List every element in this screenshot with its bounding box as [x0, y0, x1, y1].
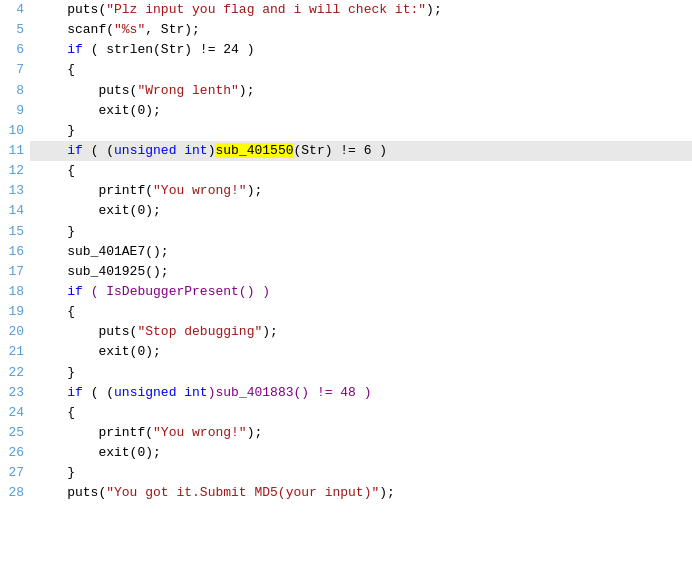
- line-content: puts("Stop debugging");: [30, 322, 692, 342]
- code-token: );: [247, 425, 263, 440]
- code-token: }: [36, 365, 75, 380]
- code-line: 12 {: [0, 161, 692, 181]
- line-number: 6: [0, 40, 30, 60]
- code-line: 8 puts("Wrong lenth");: [0, 81, 692, 101]
- code-token: ( IsDebuggerPresent() ): [83, 284, 270, 299]
- code-line: 13 printf("You wrong!");: [0, 181, 692, 201]
- line-number: 4: [0, 0, 30, 20]
- line-content: exit(0);: [30, 443, 692, 463]
- code-token: puts(: [36, 2, 106, 17]
- line-content: exit(0);: [30, 201, 692, 221]
- code-token: [36, 385, 67, 400]
- code-token: puts(: [36, 485, 106, 500]
- line-content: {: [30, 161, 692, 181]
- code-line: 5 scanf("%s", Str);: [0, 20, 692, 40]
- line-content: if ( (unsigned int)sub_401883() != 48 ): [30, 383, 692, 403]
- line-number: 20: [0, 322, 30, 342]
- code-token: unsigned int: [114, 385, 208, 400]
- code-line: 18 if ( IsDebuggerPresent() ): [0, 282, 692, 302]
- code-token: puts(: [36, 83, 137, 98]
- line-number: 27: [0, 463, 30, 483]
- code-token: (Str) != 6 ): [294, 143, 388, 158]
- code-viewer: 4 puts("Plz input you flag and i will ch…: [0, 0, 692, 584]
- line-content: if ( IsDebuggerPresent() ): [30, 282, 692, 302]
- code-token: {: [36, 62, 75, 77]
- line-number: 10: [0, 121, 30, 141]
- code-token: ( (: [83, 385, 114, 400]
- code-line: 16 sub_401AE7();: [0, 242, 692, 262]
- code-token: [36, 143, 67, 158]
- line-number: 25: [0, 423, 30, 443]
- line-number: 21: [0, 342, 30, 362]
- line-number: 8: [0, 81, 30, 101]
- line-content: puts("Wrong lenth");: [30, 81, 692, 101]
- code-line: 20 puts("Stop debugging");: [0, 322, 692, 342]
- code-token: [36, 284, 67, 299]
- line-number: 7: [0, 60, 30, 80]
- code-line: 15 }: [0, 222, 692, 242]
- line-content: printf("You wrong!");: [30, 181, 692, 201]
- code-token: ( strlen(Str) != 24 ): [83, 42, 255, 57]
- line-content: {: [30, 403, 692, 423]
- code-token: if: [67, 42, 83, 57]
- line-content: if ( (unsigned int)sub_401550(Str) != 6 …: [30, 141, 692, 161]
- code-token: "Wrong lenth": [137, 83, 238, 98]
- code-token: , Str);: [145, 22, 200, 37]
- code-token: printf(: [36, 425, 153, 440]
- line-content: }: [30, 463, 692, 483]
- line-content: sub_401925();: [30, 262, 692, 282]
- line-number: 28: [0, 483, 30, 503]
- code-line: 14 exit(0);: [0, 201, 692, 221]
- code-line: 25 printf("You wrong!");: [0, 423, 692, 443]
- code-token: printf(: [36, 183, 153, 198]
- code-token: exit(0);: [36, 445, 161, 460]
- code-token: "You wrong!": [153, 183, 247, 198]
- code-line: 17 sub_401925();: [0, 262, 692, 282]
- code-line: 23 if ( (unsigned int)sub_401883() != 48…: [0, 383, 692, 403]
- code-line: 7 {: [0, 60, 692, 80]
- code-token: if: [67, 143, 83, 158]
- code-line: 28 puts("You got it.Submit MD5(your inpu…: [0, 483, 692, 503]
- code-token: "You wrong!": [153, 425, 247, 440]
- code-token: exit(0);: [36, 103, 161, 118]
- line-number: 14: [0, 201, 30, 221]
- code-line: 19 {: [0, 302, 692, 322]
- code-token: );: [262, 324, 278, 339]
- code-token: )sub_401883() != 48 ): [208, 385, 372, 400]
- line-content: puts("You got it.Submit MD5(your input)"…: [30, 483, 692, 503]
- code-line: 4 puts("Plz input you flag and i will ch…: [0, 0, 692, 20]
- code-token: puts(: [36, 324, 137, 339]
- code-token: if: [67, 284, 83, 299]
- code-token: "Stop debugging": [137, 324, 262, 339]
- code-token: }: [36, 224, 75, 239]
- code-token: }: [36, 123, 75, 138]
- line-content: }: [30, 363, 692, 383]
- code-token: ( (: [83, 143, 114, 158]
- code-line: 11 if ( (unsigned int)sub_401550(Str) !=…: [0, 141, 692, 161]
- code-token: sub_401925();: [36, 264, 169, 279]
- line-content: {: [30, 302, 692, 322]
- code-token: scanf(: [36, 22, 114, 37]
- line-number: 13: [0, 181, 30, 201]
- code-token: [36, 42, 67, 57]
- code-line: 10 }: [0, 121, 692, 141]
- code-token: );: [247, 183, 263, 198]
- code-token: if: [67, 385, 83, 400]
- line-content: }: [30, 121, 692, 141]
- code-line: 6 if ( strlen(Str) != 24 ): [0, 40, 692, 60]
- line-content: sub_401AE7();: [30, 242, 692, 262]
- line-number: 24: [0, 403, 30, 423]
- line-content: }: [30, 222, 692, 242]
- code-token: {: [36, 304, 75, 319]
- line-content: scanf("%s", Str);: [30, 20, 692, 40]
- code-token: );: [239, 83, 255, 98]
- line-number: 23: [0, 383, 30, 403]
- code-token: }: [36, 465, 75, 480]
- line-number: 12: [0, 161, 30, 181]
- code-token: "You got it.Submit MD5(your input)": [106, 485, 379, 500]
- line-content: exit(0);: [30, 342, 692, 362]
- code-token: );: [426, 2, 442, 17]
- code-token: "Plz input you flag and i will check it:…: [106, 2, 426, 17]
- code-token: );: [379, 485, 395, 500]
- code-token: {: [36, 163, 75, 178]
